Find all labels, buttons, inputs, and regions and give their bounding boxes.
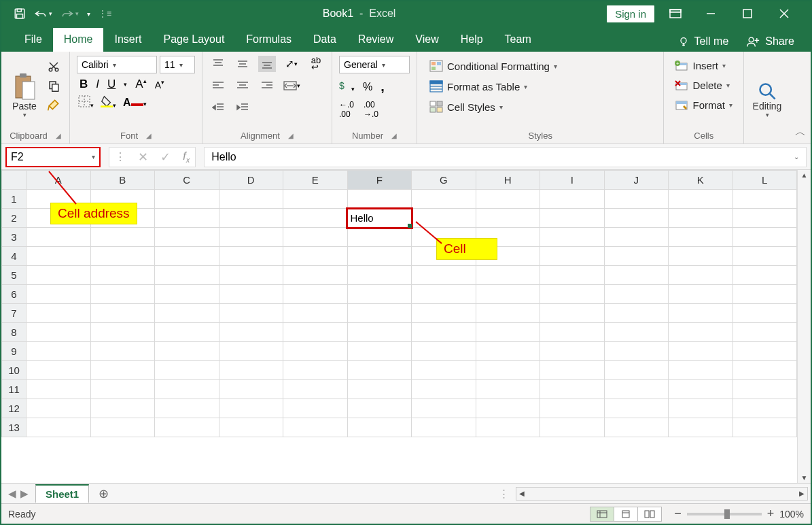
cell-C10[interactable] [155,361,219,380]
cell-D3[interactable] [219,228,283,247]
delete-cells-button[interactable]: Delete▾ [673,78,734,92]
cell-D9[interactable] [219,342,283,361]
insert-cells-button[interactable]: + Insert▾ [673,58,734,73]
cell-G13[interactable] [412,418,476,437]
cell-H2[interactable] [476,209,540,228]
cell-G6[interactable] [412,285,476,304]
cell-E5[interactable] [283,266,348,285]
cell-C3[interactable] [155,228,219,247]
cell-A13[interactable] [27,418,91,437]
cell-J2[interactable] [604,209,669,228]
cell-K10[interactable] [669,361,733,380]
align-right-icon[interactable] [258,78,276,94]
cell-G8[interactable] [412,323,476,342]
col-header-I[interactable]: I [540,171,605,190]
decrease-indent-icon[interactable] [209,99,227,116]
cell-I6[interactable] [540,285,605,304]
row-header-10[interactable]: 10 [2,361,27,380]
cell-B8[interactable] [90,323,155,342]
cell-K11[interactable] [669,380,733,399]
font-name-combo[interactable]: Calibri▾ [77,56,157,73]
tab-insert[interactable]: Insert [103,28,152,52]
col-header-G[interactable]: G [412,171,476,190]
enter-formula-icon[interactable]: ✓ [160,150,171,165]
cell-A8[interactable] [27,323,91,342]
col-header-E[interactable]: E [283,171,348,190]
tab-team[interactable]: Team [494,28,542,52]
collapse-ribbon-icon[interactable]: ︿ [790,52,811,143]
accounting-format-icon[interactable]: $▾ [339,80,355,94]
cell-B10[interactable] [90,361,155,380]
tab-data[interactable]: Data [302,28,347,52]
cell-C8[interactable] [155,323,219,342]
row-header-8[interactable]: 8 [2,323,27,342]
row-header-13[interactable]: 13 [2,418,27,437]
cell-D2[interactable] [219,209,283,228]
cell-F4[interactable] [347,247,412,266]
paste-button[interactable]: Paste ▾ [8,56,41,118]
cell-K13[interactable] [669,418,733,437]
cell-styles-button[interactable]: Cell Styles▾ [428,99,559,114]
cell-I12[interactable] [540,399,605,418]
cell-C2[interactable] [155,209,219,228]
align-middle-icon[interactable] [234,56,251,72]
row-header-6[interactable]: 6 [2,285,27,304]
decrease-font-icon[interactable]: A▾ [155,79,164,90]
align-bottom-icon[interactable] [258,56,276,72]
cell-I9[interactable] [540,342,605,361]
zoom-in-icon[interactable]: + [767,507,775,521]
cell-I1[interactable] [540,190,605,209]
scroll-right-icon[interactable]: ▶ [796,490,807,497]
row-header-7[interactable]: 7 [2,304,27,323]
col-header-H[interactable]: H [476,171,540,190]
dialog-launcher-icon[interactable]: ◢ [288,132,294,139]
cell-L9[interactable] [732,342,797,361]
cell-D8[interactable] [219,323,283,342]
page-break-view-icon[interactable] [637,507,662,522]
cell-E4[interactable] [283,247,348,266]
maximize-icon[interactable] [743,9,762,18]
page-layout-view-icon[interactable] [614,507,638,522]
cell-H5[interactable] [476,266,540,285]
cell-L6[interactable] [732,285,797,304]
cell-H1[interactable] [476,190,540,209]
cell-A9[interactable] [27,342,91,361]
cell-C6[interactable] [155,285,219,304]
dialog-launcher-icon[interactable]: ◢ [56,132,61,139]
cell-B3[interactable] [90,228,155,247]
cell-D1[interactable] [219,190,283,209]
cell-I5[interactable] [540,266,605,285]
cell-E2[interactable] [283,209,348,228]
select-all-corner[interactable] [2,171,27,190]
scroll-left-icon[interactable]: ◀ [516,490,527,497]
cell-J4[interactable] [604,247,669,266]
cell-G9[interactable] [412,342,476,361]
cell-D4[interactable] [219,247,283,266]
cell-G11[interactable] [412,380,476,399]
functions-dropdown-icon[interactable]: ⋮ [115,150,126,163]
cell-F8[interactable] [347,323,412,342]
cell-K3[interactable] [669,228,733,247]
fill-color-icon[interactable]: ▾ [101,95,116,110]
format-painter-icon[interactable] [45,97,63,113]
cell-D10[interactable] [219,361,283,380]
cell-A11[interactable] [27,380,91,399]
cell-K7[interactable] [669,304,733,323]
cell-B6[interactable] [90,285,155,304]
cell-K9[interactable] [669,342,733,361]
cell-H9[interactable] [476,342,540,361]
cell-K4[interactable] [669,247,733,266]
cell-E11[interactable] [283,380,348,399]
cell-J8[interactable] [604,323,669,342]
cell-G1[interactable] [412,190,476,209]
cell-L7[interactable] [732,304,797,323]
zoom-out-icon[interactable]: − [674,507,682,521]
cell-J3[interactable] [604,228,669,247]
tell-me-button[interactable]: Tell me [673,31,735,52]
tab-page-layout[interactable]: Page Layout [152,28,235,52]
row-header-4[interactable]: 4 [2,247,27,266]
cell-L11[interactable] [732,380,797,399]
cell-E3[interactable] [283,228,348,247]
bold-icon[interactable]: B [80,78,88,91]
cell-I8[interactable] [540,323,605,342]
